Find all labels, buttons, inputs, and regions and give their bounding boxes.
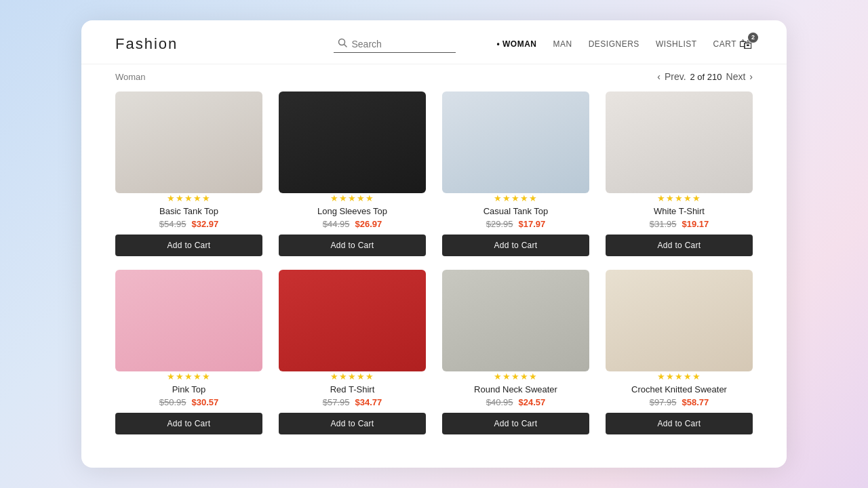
price-row-3: $29.95 $17.97 [486, 219, 546, 229]
price-row-8: $97.95 $58.77 [650, 397, 709, 407]
search-icon [338, 38, 347, 49]
price-sale-8: $58.77 [682, 397, 709, 407]
product-stars-5: ★★★★★ [167, 371, 211, 382]
prev-label[interactable]: Prev. [665, 71, 686, 82]
product-name-7: Round Neck Sweater [474, 384, 557, 394]
product-card-4: ★★★★★ White T-Shirt $31.95 $19.17 Add to… [606, 92, 753, 256]
price-original-5: $50.95 [159, 397, 186, 407]
nav-item-woman[interactable]: WOMAN [496, 39, 536, 49]
breadcrumb: Woman [115, 72, 146, 82]
price-original-6: $57.95 [323, 397, 350, 407]
product-image-1 [115, 92, 262, 193]
cart-label: CART [713, 39, 736, 49]
product-card-5: ★★★★★ Pink Top $50.95 $30.57 Add to Cart [115, 270, 262, 434]
product-stars-4: ★★★★★ [657, 193, 701, 203]
product-card-1: ★★★★★ Basic Tank Top $54.95 $32.97 Add t… [115, 92, 262, 256]
product-image-5 [115, 270, 262, 371]
price-row-2: $44.95 $26.97 [323, 219, 382, 229]
pagination: ‹ Prev. 2 of 210 Next › [657, 71, 753, 82]
product-card-6: ★★★★★ Red T-Shirt $57.95 $34.77 Add to C… [279, 270, 426, 434]
product-image-3 [442, 92, 589, 193]
product-stars-2: ★★★★★ [330, 193, 374, 203]
price-sale-3: $17.97 [519, 219, 546, 229]
add-to-cart-button-8[interactable]: Add to Cart [606, 413, 753, 434]
product-name-4: White T-Shirt [654, 206, 705, 216]
search-form [334, 35, 456, 53]
product-name-8: Crochet Knitted Sweater [631, 384, 727, 394]
product-name-1: Basic Tank Top [159, 206, 218, 216]
cart-badge: 2 [748, 33, 758, 43]
next-label[interactable]: Next [726, 71, 746, 82]
product-stars-3: ★★★★★ [494, 193, 538, 203]
price-row-5: $50.95 $30.57 [159, 397, 219, 407]
nav-item-wishlist[interactable]: WISHLIST [656, 39, 697, 49]
product-image-7 [442, 270, 589, 371]
price-sale-7: $24.57 [519, 397, 546, 407]
products-grid: ★★★★★ Basic Tank Top $54.95 $32.97 Add t… [81, 92, 787, 434]
product-card-7: ★★★★★ Round Neck Sweater $40.95 $24.57 A… [442, 270, 589, 434]
svg-line-1 [344, 45, 347, 47]
product-image-8 [606, 270, 753, 371]
price-original-2: $44.95 [323, 219, 350, 229]
product-card-2: ★★★★★ Long Sleeves Top $44.95 $26.97 Add… [279, 92, 426, 256]
add-to-cart-button-6[interactable]: Add to Cart [279, 413, 426, 434]
product-stars-7: ★★★★★ [494, 371, 538, 382]
product-name-6: Red T-Shirt [330, 384, 375, 394]
price-row-7: $40.95 $24.57 [486, 397, 546, 407]
price-original-3: $29.95 [486, 219, 513, 229]
logo: Fashion [115, 35, 178, 53]
add-to-cart-button-1[interactable]: Add to Cart [115, 235, 262, 256]
product-image-6 [279, 270, 426, 371]
product-image-4 [606, 92, 753, 193]
add-to-cart-button-3[interactable]: Add to Cart [442, 235, 589, 256]
price-row-1: $54.95 $32.97 [159, 219, 219, 229]
price-sale-6: $34.77 [355, 397, 382, 407]
add-to-cart-button-5[interactable]: Add to Cart [115, 413, 262, 434]
product-card-8: ★★★★★ Crochet Knitted Sweater $97.95 $58… [606, 270, 753, 434]
search-input[interactable] [351, 39, 452, 49]
add-to-cart-button-4[interactable]: Add to Cart [606, 235, 753, 256]
price-row-6: $57.95 $34.77 [323, 397, 382, 407]
cart-icon-wrap: 🛍 2 [739, 37, 753, 52]
add-to-cart-button-7[interactable]: Add to Cart [442, 413, 589, 434]
price-original-8: $97.95 [650, 397, 677, 407]
main-nav: WOMAN MAN DESIGNERS WISHLIST CART 🛍 2 [496, 37, 753, 52]
nav-item-designers[interactable]: DESIGNERS [589, 39, 639, 49]
add-to-cart-button-2[interactable]: Add to Cart [279, 235, 426, 256]
nav-item-man[interactable]: MAN [553, 39, 572, 49]
price-row-4: $31.95 $19.17 [650, 219, 709, 229]
price-original-7: $40.95 [486, 397, 513, 407]
next-button[interactable]: › [749, 71, 753, 82]
price-sale-2: $26.97 [355, 219, 382, 229]
price-original-4: $31.95 [650, 219, 677, 229]
cart-button[interactable]: CART 🛍 2 [713, 37, 753, 52]
price-original-1: $54.95 [159, 219, 186, 229]
header: Fashion WOMAN MAN DESIGNERS WISHLIST CAR… [81, 20, 787, 64]
product-name-3: Casual Tank Top [484, 206, 549, 216]
app-window: Fashion WOMAN MAN DESIGNERS WISHLIST CAR… [81, 20, 787, 468]
product-stars-1: ★★★★★ [167, 193, 211, 203]
prev-button[interactable]: ‹ [657, 71, 660, 82]
product-name-2: Long Sleeves Top [317, 206, 387, 216]
price-sale-5: $30.57 [192, 397, 219, 407]
pagination-info: 2 of 210 [690, 72, 722, 82]
product-image-2 [279, 92, 426, 193]
product-stars-8: ★★★★★ [657, 371, 701, 382]
product-name-5: Pink Top [172, 384, 206, 394]
product-card-3: ★★★★★ Casual Tank Top $29.95 $17.97 Add … [442, 92, 589, 256]
price-sale-4: $19.17 [682, 219, 709, 229]
product-stars-6: ★★★★★ [330, 371, 374, 382]
toolbar: Woman ‹ Prev. 2 of 210 Next › [81, 64, 787, 92]
price-sale-1: $32.97 [192, 219, 219, 229]
